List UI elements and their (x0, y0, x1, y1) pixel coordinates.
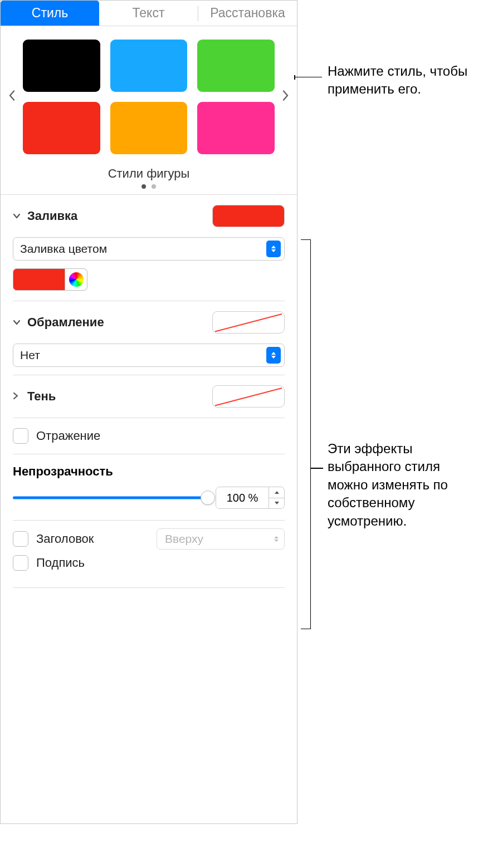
callout-text: Нажмите стиль, чтобы применить его. (328, 62, 472, 99)
border-type-select[interactable]: Нет (13, 344, 285, 367)
shape-styles-label: Стили фигуры (1, 166, 297, 181)
fill-color-well[interactable] (212, 205, 285, 227)
border-preview-well[interactable] (212, 311, 285, 334)
opacity-label: Непрозрачность (13, 464, 285, 479)
reflection-checkbox[interactable] (13, 428, 28, 444)
color-wheel-icon (69, 272, 84, 287)
svg-line-0 (215, 314, 282, 332)
stepper-down-button[interactable] (269, 498, 284, 509)
select-stepper-icon (266, 347, 281, 364)
callout-leader-line (311, 468, 323, 469)
title-position-value: Вверху (165, 532, 203, 546)
color-wheel-button[interactable] (65, 268, 87, 291)
fill-type-select[interactable]: Заливка цветом (13, 237, 285, 261)
chevron-right-icon (13, 392, 22, 401)
style-swatch-blue[interactable] (110, 40, 188, 92)
reflection-row: Отражение (1, 418, 297, 454)
tab-text[interactable]: Текст (99, 1, 198, 26)
border-type-value: Нет (20, 349, 266, 362)
shadow-label: Тень (27, 389, 207, 404)
title-checkbox[interactable] (13, 531, 28, 547)
opacity-section: Непрозрачность (1, 454, 297, 520)
page-dot[interactable] (152, 184, 156, 189)
style-swatch-red[interactable] (23, 102, 100, 154)
tab-bar: Стиль Текст Расстановка (1, 1, 297, 26)
border-label: Обрамление (27, 315, 207, 330)
opacity-input[interactable] (216, 487, 269, 508)
callout-leader-line (295, 77, 322, 78)
callout-bracket (301, 239, 311, 629)
tab-style[interactable]: Стиль (1, 1, 99, 26)
tab-arrange[interactable]: Расстановка (198, 1, 297, 26)
style-swatch-pink[interactable] (197, 102, 275, 154)
title-label: Заголовок (36, 532, 94, 546)
divider (13, 587, 285, 588)
stepper-up-button[interactable] (269, 487, 284, 498)
border-section-header[interactable]: Обрамление (1, 301, 297, 344)
style-swatch-orange[interactable] (110, 102, 188, 154)
chevron-down-icon (13, 318, 22, 327)
callout-text: Эти эффекты выбранного стиля можно измен… (328, 440, 478, 530)
reflection-label: Отражение (36, 429, 100, 443)
carousel-prev-button[interactable] (4, 86, 19, 109)
carousel-dots (1, 184, 297, 189)
shape-styles-carousel (1, 35, 297, 159)
caption-checkbox[interactable] (13, 555, 28, 571)
format-panel: Стиль Текст Расстановка Стили фигуры (0, 0, 297, 824)
select-stepper-icon (274, 536, 279, 542)
fill-label: Заливка (27, 209, 207, 223)
select-stepper-icon (266, 241, 281, 257)
fill-color-swatch[interactable] (13, 268, 65, 291)
shadow-section-header[interactable]: Тень (1, 375, 297, 418)
page-dot[interactable] (142, 184, 146, 189)
title-position-select[interactable]: Вверху (157, 528, 285, 550)
caption-label: Подпись (36, 556, 85, 570)
slider-thumb[interactable] (201, 491, 215, 505)
svg-line-1 (215, 388, 282, 406)
opacity-slider[interactable] (13, 492, 208, 504)
style-swatch-green[interactable] (197, 40, 275, 92)
style-swatch-black[interactable] (23, 40, 100, 92)
opacity-stepper (216, 487, 285, 509)
shadow-preview-well[interactable] (212, 385, 285, 408)
carousel-next-button[interactable] (278, 86, 294, 109)
fill-section-header[interactable]: Заливка (1, 195, 297, 237)
title-caption-section: Заголовок Вверху Подпись (1, 521, 297, 587)
fill-type-value: Заливка цветом (20, 242, 266, 256)
chevron-down-icon (13, 212, 22, 220)
